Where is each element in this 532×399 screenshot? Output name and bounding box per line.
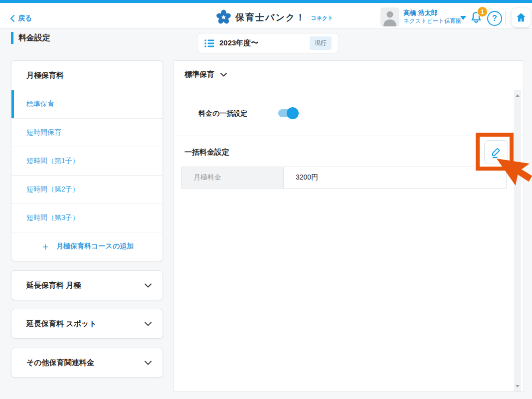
scroll-down-arrow-icon[interactable]: [516, 385, 520, 388]
sidebar-item-short-time-child1[interactable]: 短時間（第1子）: [11, 147, 163, 176]
user-menu-caret-icon[interactable]: [460, 16, 466, 20]
year-selector[interactable]: 2023年度〜 現行: [197, 33, 339, 53]
scroll-up-arrow-icon[interactable]: [516, 94, 520, 97]
sidebar-item-label: 短時間（第3子）: [26, 213, 79, 222]
bulk-setting-label: 料金の一括設定: [198, 109, 247, 118]
sidebar-item-standard-care[interactable]: 標準保育: [11, 90, 163, 119]
accordion-label: 延長保育料 月極: [26, 281, 81, 290]
panel-scrollbar[interactable]: [514, 90, 521, 392]
title-accent-bar: [11, 32, 13, 44]
toggle-knob: [287, 107, 299, 119]
sidebar-monthly-fee-card: 月極保育料 標準保育 短時間保育 短時間（第1子） 短時間（第2子） 短時間（第…: [11, 60, 163, 261]
back-button[interactable]: 戻る: [10, 14, 32, 23]
plus-icon: ＋: [40, 241, 50, 251]
user-avatar[interactable]: [380, 7, 399, 26]
user-name: 高橋 浩太郎: [403, 8, 462, 17]
year-selector-label: 2023年度〜: [219, 38, 258, 48]
sidebar-item-label: 短時間保育: [26, 128, 61, 137]
home-button[interactable]: [512, 8, 531, 27]
accordion-extended-fee-monthly[interactable]: 延長保育料 月極: [11, 270, 163, 300]
fee-row-label: 月極料金: [181, 167, 284, 188]
list-icon: [204, 39, 214, 48]
pencil-icon: [490, 146, 502, 159]
section-divider: [174, 136, 513, 136]
sidebar-item-label: 短時間（第2子）: [26, 185, 79, 194]
panel-header-toggle[interactable]: 標準保育: [184, 70, 227, 79]
add-course-label: 月極保育料コースの追加: [56, 242, 134, 251]
page-title: 料金設定: [11, 32, 50, 44]
chevron-down-icon: [145, 361, 152, 365]
fee-table: 月極料金 3200円: [181, 167, 507, 189]
app-logo: 保育士バンク！ コネクト: [216, 9, 333, 25]
bulk-setting-toggle[interactable]: [278, 109, 298, 117]
edit-button[interactable]: [484, 140, 508, 164]
chevron-down-icon: [145, 283, 152, 288]
chevron-down-icon: [220, 73, 227, 77]
fee-row-value: 3200円: [284, 167, 506, 188]
logo-text: 保育士バンク！: [235, 11, 306, 23]
sidebar-item-label: 短時間（第1子）: [26, 157, 79, 166]
back-label: 戻る: [18, 14, 32, 23]
panel-title: 標準保育: [184, 70, 214, 79]
help-button[interactable]: ?: [487, 11, 502, 26]
sidebar-item-short-time-child3[interactable]: 短時間（第3子）: [11, 204, 163, 232]
page-title-text: 料金設定: [18, 33, 50, 43]
accordion-label: その他保育関連料金: [26, 358, 94, 368]
accordion-extended-fee-spot[interactable]: 延長保育料 スポット: [11, 309, 163, 339]
user-organization: ネクストビート保育園: [403, 17, 462, 25]
current-year-badge: 現行: [310, 36, 332, 50]
person-icon: [380, 7, 399, 26]
user-info[interactable]: 高橋 浩太郎 ネクストビート保育園: [403, 8, 462, 25]
sidebar-section-header: 月極保育料: [11, 61, 163, 90]
header-divider: [505, 11, 506, 25]
add-course-button[interactable]: ＋ 月極保育料コースの追加: [11, 232, 163, 260]
help-question-icon: ?: [492, 14, 497, 23]
logo-subtext: コネクト: [311, 14, 333, 22]
accordion-label: 延長保育料 スポット: [26, 319, 97, 329]
sakura-logo-icon: [216, 9, 231, 25]
chevron-down-icon: [145, 322, 152, 326]
app-header: 戻る 保育士バンク！ コネクト 高橋 浩太郎 ネクストビート保育園: [0, 3, 532, 29]
panel-header-divider: [174, 90, 524, 90]
home-icon: [516, 12, 527, 23]
back-chevron-icon: [10, 15, 14, 22]
accordion-other-fees[interactable]: その他保育関連料金: [11, 348, 163, 378]
sidebar-item-short-time-child2[interactable]: 短時間（第2子）: [11, 176, 163, 204]
bulk-fee-section-title: 一括料金設定: [184, 148, 229, 157]
sidebar-item-short-time-care[interactable]: 短時間保育: [11, 119, 163, 147]
notification-count-badge: 1: [477, 6, 488, 17]
sidebar-item-label: 標準保育: [26, 100, 54, 109]
